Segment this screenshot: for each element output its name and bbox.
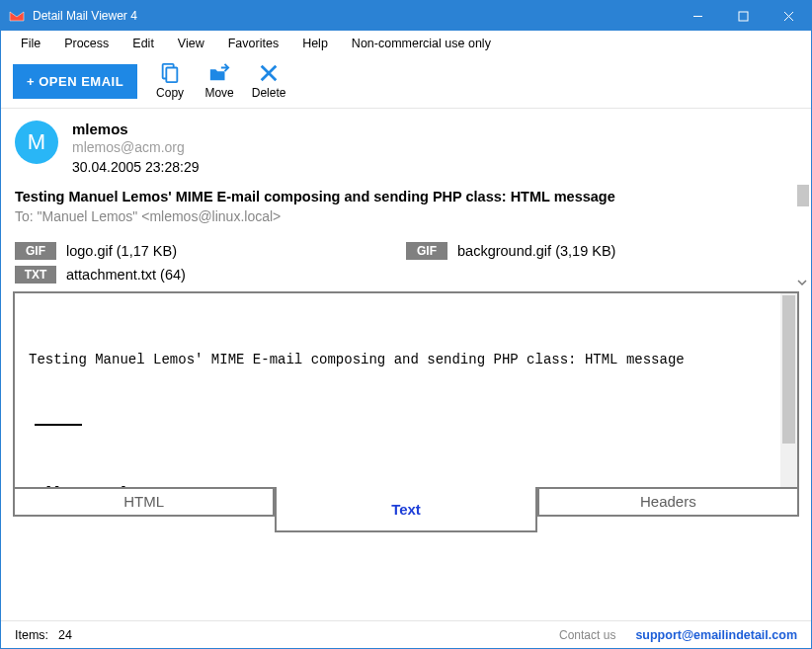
attachment-name: attachment.txt (64): [66, 267, 186, 283]
menu-help[interactable]: Help: [292, 34, 338, 53]
items-label: Items:: [15, 628, 48, 642]
svg-rect-1: [739, 12, 748, 21]
move-label: Move: [204, 86, 233, 100]
menu-file[interactable]: File: [11, 34, 50, 53]
sender-date: 30.04.2005 23:28:29: [72, 159, 199, 175]
svg-rect-5: [166, 68, 177, 83]
tab-headers[interactable]: Headers: [537, 487, 799, 517]
menu-process[interactable]: Process: [54, 34, 119, 53]
statusbar: Items: 24 Contact us support@emailindeta…: [1, 620, 811, 648]
delete-icon: [258, 62, 280, 84]
avatar: M: [15, 121, 58, 164]
maximize-button[interactable]: [720, 1, 766, 31]
copy-button[interactable]: Copy: [151, 62, 189, 100]
body-divider: [35, 424, 82, 426]
sender-block: M mlemos mlemos@acm.org 30.04.2005 23:28…: [1, 109, 811, 181]
message-subject: Testing Manuel Lemos' MIME E-mail compos…: [15, 189, 797, 204]
view-tabs: HTML Text Headers: [13, 489, 799, 534]
sender-name: mlemos: [72, 121, 199, 137]
sender-email: mlemos@acm.org: [72, 139, 199, 155]
menu-view[interactable]: View: [168, 34, 214, 53]
attachment-name: background.gif (3,19 KB): [457, 243, 615, 259]
body-line: Testing Manuel Lemos' MIME E-mail compos…: [29, 350, 767, 371]
attachment-badge: TXT: [15, 266, 56, 284]
delete-label: Delete: [252, 86, 286, 100]
copy-label: Copy: [156, 86, 184, 100]
contact-us-label: Contact us: [559, 628, 615, 642]
attachment-item[interactable]: GIF logo.gif (1,17 KB): [15, 242, 406, 260]
titlebar: Detail Mail Viewer 4: [1, 1, 811, 31]
app-icon: [9, 8, 25, 24]
attachment-item[interactable]: TXT attachment.txt (64): [15, 266, 406, 284]
menubar: File Process Edit View Favorites Help No…: [1, 31, 811, 56]
message-to: To: "Manuel Lemos" <mlemos@linux.local>: [15, 208, 797, 224]
body-scrollbar-thumb[interactable]: [782, 295, 795, 444]
move-icon: [208, 62, 230, 84]
minimize-button[interactable]: [675, 1, 720, 31]
attachment-item[interactable]: GIF background.gif (3,19 KB): [406, 242, 797, 260]
attachments-scroll-down-icon[interactable]: [795, 276, 809, 289]
copy-icon: [159, 62, 181, 84]
close-button[interactable]: [766, 1, 811, 31]
move-button[interactable]: Move: [201, 62, 238, 100]
message-body-panel: Testing Manuel Lemos' MIME E-mail compos…: [13, 291, 799, 489]
attachment-badge: GIF: [15, 242, 56, 260]
attachment-name: logo.gif (1,17 KB): [66, 243, 177, 259]
message-body-text[interactable]: Testing Manuel Lemos' MIME E-mail compos…: [15, 293, 780, 487]
menu-noncommercial[interactable]: Non-commercial use only: [342, 34, 501, 53]
menu-edit[interactable]: Edit: [122, 34, 164, 53]
items-count: 24: [58, 628, 72, 642]
support-email-link[interactable]: support@emailindetail.com: [635, 628, 797, 642]
subject-block: Testing Manuel Lemos' MIME E-mail compos…: [1, 181, 811, 228]
window-title: Detail Mail Viewer 4: [33, 9, 137, 23]
body-scrollbar[interactable]: [780, 293, 797, 487]
header-scrollbar-thumb[interactable]: [797, 185, 809, 206]
tab-text[interactable]: Text: [275, 487, 536, 532]
attachment-badge: GIF: [406, 242, 447, 260]
menu-favorites[interactable]: Favorites: [218, 34, 288, 53]
delete-button[interactable]: Delete: [250, 62, 287, 100]
attachments-panel: GIF logo.gif (1,17 KB) TXT attachment.tx…: [1, 228, 811, 285]
tab-html[interactable]: HTML: [13, 487, 275, 517]
open-email-button[interactable]: + OPEN EMAIL: [13, 64, 137, 99]
toolbar: + OPEN EMAIL Copy Move Delete: [1, 56, 811, 109]
